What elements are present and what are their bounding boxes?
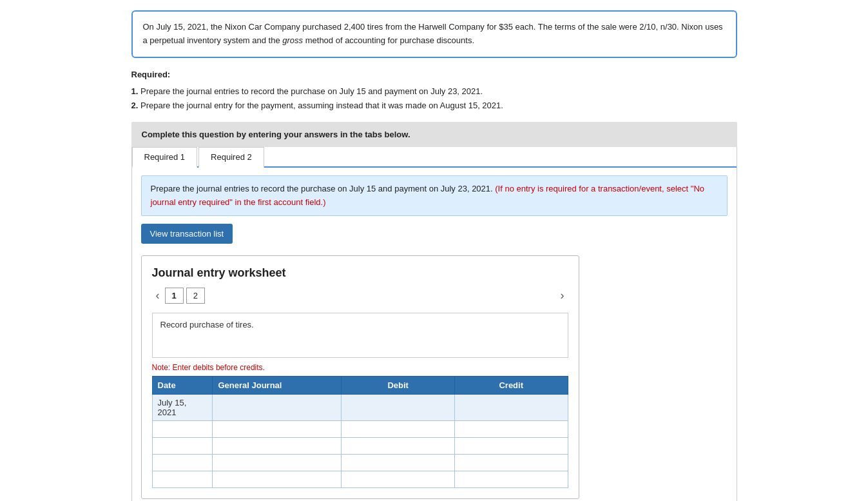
credit-field-5[interactable] — [460, 475, 563, 484]
table-row — [152, 438, 568, 455]
required-item-2: 2. Prepare the journal entry for the pay… — [131, 99, 737, 113]
debit-input-3[interactable] — [342, 438, 455, 455]
date-cell-1: July 15, 2021 — [152, 395, 213, 421]
general-journal-input-3[interactable] — [213, 438, 342, 455]
instruction-box: Prepare the journal entries to record th… — [141, 175, 728, 217]
credit-input-5[interactable] — [454, 471, 568, 488]
general-journal-input-1[interactable] — [213, 395, 342, 421]
credit-input-1[interactable] — [454, 395, 568, 421]
general-journal-field-2[interactable] — [218, 424, 336, 434]
general-journal-input-5[interactable] — [213, 471, 342, 488]
debit-field-4[interactable] — [347, 458, 449, 467]
credit-field-3[interactable] — [460, 441, 563, 451]
worksheet-title: Journal entry worksheet — [152, 266, 568, 280]
tab-required-2[interactable]: Required 2 — [198, 147, 264, 168]
col-header-debit: Debit — [342, 377, 455, 395]
complete-bar: Complete this question by entering your … — [131, 122, 737, 147]
debit-input-1[interactable] — [342, 395, 455, 421]
general-journal-input-2[interactable] — [213, 421, 342, 438]
complete-section: Complete this question by entering your … — [131, 122, 737, 501]
date-cell-3 — [152, 438, 213, 455]
general-journal-field-1[interactable] — [218, 403, 336, 413]
note-text: Note: Enter debits before credits. — [152, 363, 568, 372]
debit-input-2[interactable] — [342, 421, 455, 438]
general-journal-input-4[interactable] — [213, 455, 342, 471]
credit-input-4[interactable] — [454, 455, 568, 471]
col-header-date: Date — [152, 377, 213, 395]
tabs-row: Required 1 Required 2 — [132, 147, 737, 168]
general-journal-field-3[interactable] — [218, 441, 336, 451]
credit-field-2[interactable] — [460, 424, 563, 434]
table-row — [152, 421, 568, 438]
tab-required-1[interactable]: Required 1 — [132, 147, 198, 168]
record-description-box: Record purchase of tires. — [152, 313, 568, 358]
page-1-button[interactable]: 1 — [165, 288, 184, 304]
tab-content-required-1: Prepare the journal entries to record th… — [132, 168, 737, 501]
credit-field-4[interactable] — [460, 458, 563, 467]
record-description-text: Record purchase of tires. — [160, 320, 254, 329]
col-header-credit: Credit — [454, 377, 568, 395]
debit-input-5[interactable] — [342, 471, 455, 488]
general-journal-field-5[interactable] — [218, 475, 336, 484]
debit-input-4[interactable] — [342, 455, 455, 471]
journal-entry-worksheet: Journal entry worksheet ‹ 1 2 › — [141, 255, 579, 499]
tabs-area: Required 1 Required 2 Prepare the journa… — [131, 147, 737, 501]
credit-input-2[interactable] — [454, 421, 568, 438]
worksheet-nav: ‹ 1 2 › — [152, 288, 568, 304]
debit-field-5[interactable] — [347, 475, 449, 484]
debit-field-1[interactable] — [347, 403, 449, 413]
debit-field-2[interactable] — [347, 424, 449, 434]
next-page-button[interactable]: › — [557, 288, 568, 304]
credit-input-3[interactable] — [454, 438, 568, 455]
table-row — [152, 471, 568, 488]
scenario-text: On July 15, 2021, the Nixon Car Company … — [143, 22, 723, 45]
credit-field-1[interactable] — [460, 403, 563, 413]
col-header-general-journal: General Journal — [213, 377, 342, 395]
date-cell-2 — [152, 421, 213, 438]
page-2-button[interactable]: 2 — [186, 288, 205, 304]
table-row — [152, 455, 568, 471]
view-transaction-list-button[interactable]: View transaction list — [141, 224, 233, 244]
date-cell-4 — [152, 455, 213, 471]
required-item-1: 1. Prepare the journal entries to record… — [131, 84, 737, 99]
journal-table: Date General Journal Debit Credit — [152, 376, 568, 488]
scenario-box: On July 15, 2021, the Nixon Car Company … — [131, 10, 737, 58]
required-label: Required: — [131, 70, 737, 79]
instruction-normal: Prepare the journal entries to record th… — [151, 184, 496, 193]
debit-field-3[interactable] — [347, 441, 449, 451]
date-cell-5 — [152, 471, 213, 488]
general-journal-field-4[interactable] — [218, 458, 336, 467]
table-row: July 15, 2021 — [152, 395, 568, 421]
required-section: Required: 1. Prepare the journal entries… — [131, 70, 737, 113]
prev-page-button[interactable]: ‹ — [152, 288, 164, 304]
